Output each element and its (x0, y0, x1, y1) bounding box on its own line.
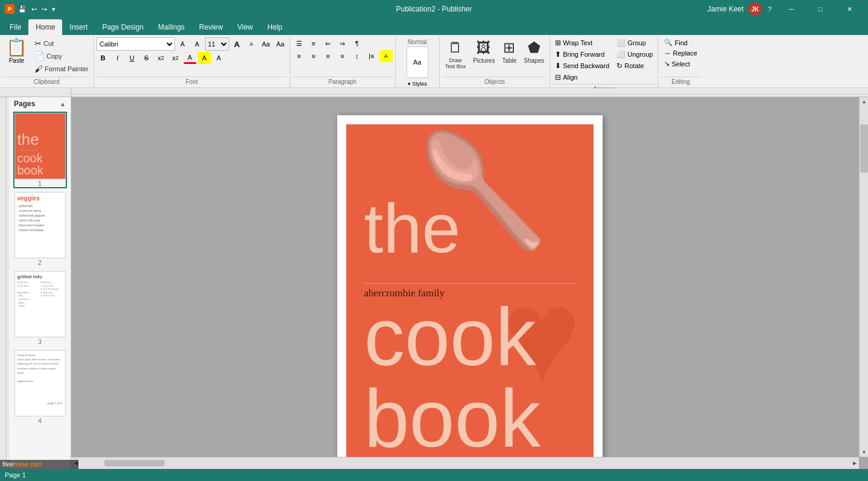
underline-button[interactable]: U (125, 52, 139, 64)
group-button[interactable]: ⬜ Group (614, 37, 655, 48)
scroll-thumb-v[interactable] (860, 124, 868, 173)
find-button[interactable]: 🔍 Find (661, 37, 700, 48)
scroll-up-button[interactable]: ▲ (860, 97, 868, 106)
select-icon: ↘ (664, 60, 670, 68)
redo-button[interactable]: ↪ (40, 4, 48, 14)
canvas-area[interactable]: 🥄 ♥ the abercrombie family cook book (71, 97, 868, 469)
arrange-content: ⊞ Wrap Text ⬆ Bring Forward ⬇ Send Backw… (553, 37, 655, 83)
table-button[interactable]: ⊞ Table (499, 37, 519, 66)
justify-button[interactable]: ≡ (336, 50, 349, 62)
increase-font-button[interactable]: A (191, 38, 204, 50)
superscript-button[interactable]: x2 (169, 52, 182, 64)
help-button[interactable]: ? (767, 4, 773, 14)
ungroup-button[interactable]: ⬜ Ungroup (614, 49, 655, 60)
tab-help[interactable]: Help (260, 19, 290, 35)
replace-label: Replace (673, 49, 697, 57)
tab-mailings[interactable]: Mailings (151, 19, 192, 35)
replace-button[interactable]: ↔ Replace (661, 48, 700, 58)
subscript-button[interactable]: x2 (154, 52, 168, 64)
horizontal-scrollbar[interactable]: ◀ ▶ (71, 457, 859, 469)
style-item-normal[interactable]: Aa (407, 46, 428, 78)
pictures-button[interactable]: 🖼 Pictures (470, 37, 498, 66)
scroll-down-button[interactable]: ▼ (860, 448, 868, 457)
user-avatar[interactable]: JK (749, 2, 762, 16)
numbering-button[interactable]: ≡ (307, 37, 320, 49)
bold-button[interactable]: B (97, 52, 110, 64)
page-thumb-2[interactable]: veggies · grilled tofu · mushroom pizza … (14, 192, 66, 266)
highlight-button[interactable]: A (198, 52, 211, 64)
maximize-button[interactable]: □ (806, 0, 834, 18)
decrease-font-button[interactable]: A (176, 38, 189, 50)
page-canvas: 🥄 ♥ the abercrombie family cook book (337, 115, 603, 469)
bullets-button[interactable]: ☰ (293, 37, 306, 49)
vertical-ruler (0, 97, 9, 469)
font-family-select[interactable]: Calibri (97, 37, 175, 51)
paste-button[interactable]: 📋 Paste (2, 37, 31, 75)
p1-the: the (17, 131, 63, 148)
send-backward-button[interactable]: ⬇ Send Backward (553, 60, 612, 71)
scroll-right-button[interactable]: ▶ (850, 459, 859, 468)
p3-title: grilled tofu (17, 274, 63, 279)
align-button[interactable]: ⊟ Align (553, 72, 612, 83)
svg-rect-0 (71, 88, 868, 97)
minimize-button[interactable]: ─ (778, 0, 805, 18)
clipboard-content: 📋 Paste ✂ Cut 📄 Copy 🖌 Format Painter (2, 37, 91, 75)
cut-icon: ✂ (34, 39, 42, 48)
more-button[interactable]: ▾ (51, 4, 57, 14)
copy-button[interactable]: 📄 Copy (32, 50, 91, 62)
fill-color-button[interactable]: A (379, 50, 393, 62)
align-right-button[interactable]: ≡ (322, 50, 335, 62)
save-button[interactable]: 💾 (17, 4, 28, 14)
align-label: Align (563, 74, 577, 81)
italic-button[interactable]: I (111, 52, 124, 64)
shapes-button[interactable]: ⬟ Shapes (521, 37, 547, 66)
tab-page-design[interactable]: Page Design (95, 19, 151, 35)
window-title: Publication2 - Publisher (396, 5, 472, 13)
scroll-thumb-h[interactable] (104, 460, 165, 467)
decrease-indent-button[interactable]: ⇐ (322, 37, 335, 49)
format-painter-button[interactable]: 🖌 Format Painter (32, 63, 91, 75)
scroll-left-button[interactable]: ◀ (71, 459, 80, 468)
clipboard-buttons: 📋 Paste ✂ Cut 📄 Copy 🖌 Format Painter (2, 37, 91, 75)
p3-col2: Directions1. Drain tofu2. Cut into piece… (40, 281, 63, 308)
font-size-select[interactable]: 11 (205, 37, 229, 51)
tab-review[interactable]: Review (192, 19, 230, 35)
cut-button[interactable]: ✂ Cut (32, 37, 91, 49)
text-effects-button[interactable]: A (212, 52, 226, 64)
paragraph-label: Paragraph (293, 77, 393, 86)
scroll-track-v[interactable] (860, 106, 868, 448)
line-spacing-button[interactable]: ↕ (350, 50, 364, 62)
vertical-scrollbar[interactable]: ▲ ▼ (859, 97, 868, 457)
font-size-up-button[interactable]: A (230, 38, 244, 50)
undo-button[interactable]: ↩ (30, 4, 38, 14)
draw-text-box-button[interactable]: 🗒 DrawText Box (442, 37, 469, 71)
strikethrough-button[interactable]: S (140, 52, 153, 64)
align-left-button[interactable]: ≡ (293, 50, 306, 62)
change-case-button[interactable]: Aa (274, 38, 287, 50)
close-button[interactable]: ✕ (835, 0, 863, 18)
ribbon-tabs: File Home Insert Page Design Mailings Re… (0, 18, 868, 35)
tab-view[interactable]: View (230, 19, 260, 35)
font-color-button[interactable]: A (183, 52, 197, 64)
rotate-button[interactable]: ↻ Rotate (614, 60, 655, 71)
select-button[interactable]: ↘ Select (661, 59, 700, 69)
align-center-button[interactable]: ≡ (307, 50, 320, 62)
page-thumb-3[interactable]: grilled tofu Prep time:Cook time:Ingredi… (14, 271, 66, 345)
bring-forward-button[interactable]: ⬆ Bring Forward (553, 49, 612, 60)
wrap-text-button[interactable]: ⊞ Wrap Text (553, 37, 612, 48)
page-thumb-4[interactable]: Family & Friends Lorem ipsum dolor sit a… (14, 350, 66, 424)
collapse-pages-button[interactable]: ▲ (60, 101, 66, 107)
cookbook-cover[interactable]: 🥄 ♥ the abercrombie family cook book (346, 124, 594, 462)
column-spacing-button[interactable]: |≡ (365, 50, 378, 62)
scroll-track-h[interactable] (80, 459, 850, 467)
show-formatting-button[interactable]: ¶ (350, 37, 364, 49)
clear-format-button[interactable]: Aa (259, 38, 273, 50)
p2-items: · grilled tofu · mushroom pizza · stuffe… (17, 203, 63, 232)
tab-insert[interactable]: Insert (62, 19, 95, 35)
font-size-down-button[interactable]: A (245, 38, 258, 50)
tab-file[interactable]: File (2, 19, 28, 35)
group-label: Group (627, 39, 646, 46)
tab-home[interactable]: Home (28, 19, 62, 35)
page-thumb-1[interactable]: the abercrombie family cook book 1 (14, 113, 66, 187)
increase-indent-button[interactable]: ⇒ (336, 37, 349, 49)
